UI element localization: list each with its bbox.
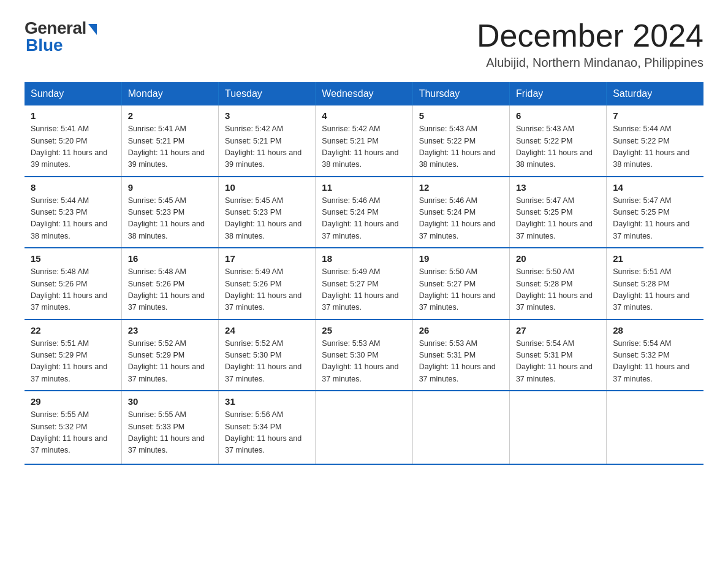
day-info: Sunrise: 5:46 AMSunset: 5:24 PMDaylight:… xyxy=(322,195,406,243)
day-number: 27 xyxy=(516,325,600,335)
calendar-cell: 7Sunrise: 5:44 AMSunset: 5:22 PMDaylight… xyxy=(607,105,703,177)
calendar-week-row: 22Sunrise: 5:51 AMSunset: 5:29 PMDayligh… xyxy=(25,320,703,391)
day-number: 6 xyxy=(516,110,600,121)
day-info: Sunrise: 5:49 AMSunset: 5:27 PMDaylight:… xyxy=(322,266,406,314)
calendar-cell: 22Sunrise: 5:51 AMSunset: 5:29 PMDayligh… xyxy=(25,320,121,391)
calendar-cell: 9Sunrise: 5:45 AMSunset: 5:23 PMDaylight… xyxy=(121,177,218,248)
day-info: Sunrise: 5:52 AMSunset: 5:30 PMDaylight:… xyxy=(225,338,309,386)
day-info: Sunrise: 5:51 AMSunset: 5:29 PMDaylight:… xyxy=(31,338,115,386)
calendar-cell: 29Sunrise: 5:55 AMSunset: 5:32 PMDayligh… xyxy=(25,391,121,464)
logo-blue-text: Blue xyxy=(26,36,63,55)
weekday-header: Sunday xyxy=(25,82,121,105)
day-info: Sunrise: 5:56 AMSunset: 5:34 PMDaylight:… xyxy=(225,409,309,457)
day-number: 5 xyxy=(419,110,503,121)
day-info: Sunrise: 5:44 AMSunset: 5:22 PMDaylight:… xyxy=(613,123,697,171)
day-number: 22 xyxy=(31,325,115,335)
calendar-cell: 19Sunrise: 5:50 AMSunset: 5:27 PMDayligh… xyxy=(412,248,509,320)
day-number: 1 xyxy=(31,110,115,121)
calendar-cell: 6Sunrise: 5:43 AMSunset: 5:22 PMDaylight… xyxy=(509,105,606,177)
day-number: 15 xyxy=(31,253,115,264)
day-info: Sunrise: 5:43 AMSunset: 5:22 PMDaylight:… xyxy=(516,123,600,171)
day-info: Sunrise: 5:41 AMSunset: 5:20 PMDaylight:… xyxy=(31,123,115,171)
day-info: Sunrise: 5:44 AMSunset: 5:23 PMDaylight:… xyxy=(31,195,115,243)
calendar-cell: 18Sunrise: 5:49 AMSunset: 5:27 PMDayligh… xyxy=(316,248,412,320)
day-number: 21 xyxy=(613,253,697,264)
weekday-header-row: SundayMondayTuesdayWednesdayThursdayFrid… xyxy=(25,82,703,105)
calendar-cell: 5Sunrise: 5:43 AMSunset: 5:22 PMDaylight… xyxy=(412,105,509,177)
calendar-cell: 24Sunrise: 5:52 AMSunset: 5:30 PMDayligh… xyxy=(219,320,316,391)
day-info: Sunrise: 5:54 AMSunset: 5:32 PMDaylight:… xyxy=(613,338,697,386)
calendar-week-row: 15Sunrise: 5:48 AMSunset: 5:26 PMDayligh… xyxy=(25,248,703,320)
day-number: 29 xyxy=(31,396,115,407)
calendar-table: SundayMondayTuesdayWednesdayThursdayFrid… xyxy=(25,82,703,465)
day-number: 23 xyxy=(128,325,212,335)
day-info: Sunrise: 5:47 AMSunset: 5:25 PMDaylight:… xyxy=(613,195,697,243)
calendar-cell: 11Sunrise: 5:46 AMSunset: 5:24 PMDayligh… xyxy=(316,177,412,248)
calendar-cell: 21Sunrise: 5:51 AMSunset: 5:28 PMDayligh… xyxy=(607,248,703,320)
day-number: 17 xyxy=(225,253,309,264)
day-info: Sunrise: 5:50 AMSunset: 5:28 PMDaylight:… xyxy=(516,266,600,314)
day-info: Sunrise: 5:48 AMSunset: 5:26 PMDaylight:… xyxy=(31,266,115,314)
day-info: Sunrise: 5:53 AMSunset: 5:31 PMDaylight:… xyxy=(419,338,503,386)
calendar-cell: 12Sunrise: 5:46 AMSunset: 5:24 PMDayligh… xyxy=(412,177,509,248)
day-number: 18 xyxy=(322,253,406,264)
weekday-header: Wednesday xyxy=(316,82,412,105)
calendar-cell: 4Sunrise: 5:42 AMSunset: 5:21 PMDaylight… xyxy=(316,105,412,177)
logo: General Blue xyxy=(25,18,97,55)
weekday-header: Tuesday xyxy=(219,82,316,105)
calendar-cell: 20Sunrise: 5:50 AMSunset: 5:28 PMDayligh… xyxy=(509,248,606,320)
calendar-cell: 25Sunrise: 5:53 AMSunset: 5:30 PMDayligh… xyxy=(316,320,412,391)
day-info: Sunrise: 5:50 AMSunset: 5:27 PMDaylight:… xyxy=(419,266,503,314)
calendar-cell: 3Sunrise: 5:42 AMSunset: 5:21 PMDaylight… xyxy=(219,105,316,177)
weekday-header: Monday xyxy=(121,82,218,105)
day-number: 10 xyxy=(225,182,309,193)
day-number: 13 xyxy=(516,182,600,193)
location-text: Alubijid, Northern Mindanao, Philippines xyxy=(477,56,703,70)
weekday-header: Thursday xyxy=(412,82,509,105)
day-number: 20 xyxy=(516,253,600,264)
day-info: Sunrise: 5:54 AMSunset: 5:31 PMDaylight:… xyxy=(516,338,600,386)
day-info: Sunrise: 5:43 AMSunset: 5:22 PMDaylight:… xyxy=(419,123,503,171)
day-number: 26 xyxy=(419,325,503,335)
day-info: Sunrise: 5:55 AMSunset: 5:32 PMDaylight:… xyxy=(31,409,115,457)
day-info: Sunrise: 5:52 AMSunset: 5:29 PMDaylight:… xyxy=(128,338,212,386)
calendar-cell: 17Sunrise: 5:49 AMSunset: 5:26 PMDayligh… xyxy=(219,248,316,320)
calendar-cell: 23Sunrise: 5:52 AMSunset: 5:29 PMDayligh… xyxy=(121,320,218,391)
logo-arrow-icon xyxy=(88,24,97,35)
day-info: Sunrise: 5:47 AMSunset: 5:25 PMDaylight:… xyxy=(516,195,600,243)
calendar-week-row: 1Sunrise: 5:41 AMSunset: 5:20 PMDaylight… xyxy=(25,105,703,177)
day-number: 16 xyxy=(128,253,212,264)
calendar-cell: 26Sunrise: 5:53 AMSunset: 5:31 PMDayligh… xyxy=(412,320,509,391)
calendar-cell: 10Sunrise: 5:45 AMSunset: 5:23 PMDayligh… xyxy=(219,177,316,248)
day-number: 24 xyxy=(225,325,309,335)
day-number: 3 xyxy=(225,110,309,121)
day-info: Sunrise: 5:51 AMSunset: 5:28 PMDaylight:… xyxy=(613,266,697,314)
month-title: December 2024 xyxy=(477,18,703,53)
calendar-cell: 14Sunrise: 5:47 AMSunset: 5:25 PMDayligh… xyxy=(607,177,703,248)
day-info: Sunrise: 5:45 AMSunset: 5:23 PMDaylight:… xyxy=(128,195,212,243)
day-info: Sunrise: 5:41 AMSunset: 5:21 PMDaylight:… xyxy=(128,123,212,171)
calendar-cell xyxy=(607,391,703,464)
day-info: Sunrise: 5:48 AMSunset: 5:26 PMDaylight:… xyxy=(128,266,212,314)
calendar-cell xyxy=(316,391,412,464)
day-info: Sunrise: 5:49 AMSunset: 5:26 PMDaylight:… xyxy=(225,266,309,314)
calendar-cell xyxy=(509,391,606,464)
calendar-cell: 13Sunrise: 5:47 AMSunset: 5:25 PMDayligh… xyxy=(509,177,606,248)
day-info: Sunrise: 5:45 AMSunset: 5:23 PMDaylight:… xyxy=(225,195,309,243)
day-number: 31 xyxy=(225,396,309,407)
day-number: 11 xyxy=(322,182,406,193)
day-number: 9 xyxy=(128,182,212,193)
calendar-cell: 30Sunrise: 5:55 AMSunset: 5:33 PMDayligh… xyxy=(121,391,218,464)
calendar-cell: 31Sunrise: 5:56 AMSunset: 5:34 PMDayligh… xyxy=(219,391,316,464)
day-number: 12 xyxy=(419,182,503,193)
calendar-cell: 8Sunrise: 5:44 AMSunset: 5:23 PMDaylight… xyxy=(25,177,121,248)
calendar-week-row: 29Sunrise: 5:55 AMSunset: 5:32 PMDayligh… xyxy=(25,391,703,464)
day-info: Sunrise: 5:53 AMSunset: 5:30 PMDaylight:… xyxy=(322,338,406,386)
day-info: Sunrise: 5:42 AMSunset: 5:21 PMDaylight:… xyxy=(225,123,309,171)
calendar-cell: 15Sunrise: 5:48 AMSunset: 5:26 PMDayligh… xyxy=(25,248,121,320)
day-number: 30 xyxy=(128,396,212,407)
day-number: 4 xyxy=(322,110,406,121)
title-section: December 2024 Alubijid, Northern Mindana… xyxy=(477,18,703,70)
calendar-cell: 28Sunrise: 5:54 AMSunset: 5:32 PMDayligh… xyxy=(607,320,703,391)
day-info: Sunrise: 5:55 AMSunset: 5:33 PMDaylight:… xyxy=(128,409,212,457)
